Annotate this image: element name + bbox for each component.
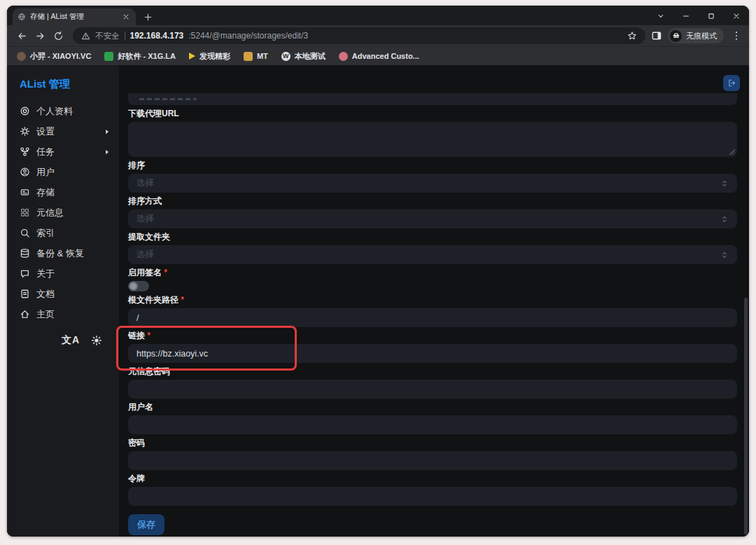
sidebar-item-home[interactable]: 主页 (7, 304, 119, 324)
order_direction-select[interactable]: 选择 (128, 209, 737, 228)
expand-arrow-icon[interactable] (104, 149, 111, 156)
sidebar-item-search[interactable]: 索引 (7, 223, 119, 243)
resize-handle[interactable] (729, 149, 735, 155)
minimize-button[interactable] (673, 7, 699, 25)
bookmark-item[interactable]: 小羿 - XIAOYI.VC (17, 51, 91, 62)
download_proxy_url-label: 下载代理URL (128, 109, 737, 119)
sidebar-item-about[interactable]: 关于 (7, 263, 119, 284)
exit-to-site-button[interactable] (723, 75, 740, 91)
not-secure-warning-icon[interactable] (81, 32, 90, 41)
side-panel-icon[interactable] (651, 30, 662, 41)
search-icon (20, 228, 30, 238)
bookmark-item[interactable]: W本地测试 (281, 51, 326, 62)
about-icon (20, 268, 30, 279)
bookmark-item[interactable]: Advanced Custo... (339, 52, 419, 61)
sidebar-item-label: 设置 (36, 125, 55, 138)
password-input[interactable] (128, 451, 737, 470)
required-asterisk: * (178, 295, 184, 305)
bookmark-label: 小羿 - XIAOYI.VC (30, 51, 91, 62)
root_folder_path-label: 根文件夹路径 * (128, 295, 737, 305)
meta_password-label: 元信息密码 (128, 366, 737, 377)
close-window-button[interactable] (724, 7, 749, 25)
select-placeholder: 选择 (136, 177, 154, 189)
url-input[interactable]: https://bz.xiaoyi.vc (128, 344, 737, 363)
field-order_by: 排序选择 (128, 160, 737, 193)
sidebar-item-storage[interactable]: 存储 (7, 182, 119, 202)
updown-icon (720, 215, 729, 223)
enable_sign-toggle[interactable] (128, 281, 149, 291)
select-placeholder: 选择 (136, 249, 154, 261)
bookmark-item[interactable]: MT (244, 52, 268, 61)
new-tab-button[interactable] (144, 13, 153, 22)
required-asterisk: * (162, 268, 167, 277)
sidebar-item-label: 备份 & 恢复 (36, 247, 84, 260)
bookmark-label: 发现精彩 (200, 51, 230, 62)
field-root_folder_path: 根文件夹路径 */ (128, 295, 737, 327)
sidebar-item-tasks[interactable]: 任务 (7, 142, 119, 162)
bookmark-item[interactable]: 好软件 - X1G.LA (104, 51, 176, 62)
reload-button[interactable] (49, 27, 67, 45)
extract_folder-label: 提取文件夹 (128, 232, 737, 242)
expand-arrow-icon[interactable] (104, 128, 111, 135)
order_by-select[interactable]: 选择 (128, 174, 737, 193)
bookmark-label: 本地测试 (295, 51, 326, 62)
field-extract_folder: 提取文件夹选择 (128, 232, 737, 264)
tab-search-chevron-icon[interactable] (648, 7, 673, 25)
meta_password-input[interactable] (128, 380, 737, 399)
extract_folder-select[interactable]: 选择 (128, 245, 737, 264)
updown-icon (720, 251, 729, 259)
field-download_proxy_url: 下载代理URL (128, 109, 737, 157)
mt-favicon (244, 52, 253, 61)
save-button[interactable]: 保存 (128, 514, 164, 535)
sidebar-footer: 文A (7, 324, 119, 347)
address-bar[interactable]: 不安全 192.168.4.173 :5244/@manage/storages… (73, 27, 645, 44)
username-input[interactable] (128, 415, 737, 434)
sidebar-item-user[interactable]: 用户 (7, 162, 119, 182)
token-input[interactable] (128, 487, 737, 506)
forward-button[interactable] (31, 27, 49, 45)
user-icon (20, 167, 30, 177)
sidebar-menu: 个人资料设置任务用户存储元信息索引备份 & 恢复关于文档主页 (7, 101, 119, 324)
app-title: AList 管理 (7, 75, 119, 101)
page-scrollbar[interactable] (744, 298, 748, 534)
storage-icon (20, 187, 30, 198)
tab-strip: 存储 | AList 管理 (7, 6, 749, 25)
sidebar-item-gear[interactable]: 设置 (7, 121, 119, 142)
browser-menu-icon[interactable] (731, 30, 742, 41)
browser-tab[interactable]: 存储 | AList 管理 (13, 8, 136, 25)
maximize-button[interactable] (699, 7, 724, 25)
sidebar-item-label: 元信息 (36, 207, 64, 219)
sidebar-item-profile[interactable]: 个人资料 (7, 101, 119, 121)
sidebar: AList 管理 个人资料设置任务用户存储元信息索引备份 & 恢复关于文档主页 … (7, 65, 119, 537)
incognito-badge[interactable]: 无痕模式 (668, 28, 724, 43)
select-placeholder: 选择 (136, 213, 154, 225)
field-meta_password: 元信息密码 (128, 366, 737, 399)
theme-sun-icon[interactable] (91, 335, 102, 346)
password-label: 密码 (128, 438, 737, 448)
order_direction-label: 排序方式 (128, 196, 737, 207)
toggle-knob (129, 282, 138, 291)
bookmark-star-icon[interactable] (627, 31, 637, 41)
sidebar-item-backup[interactable]: 备份 & 恢复 (7, 243, 119, 263)
bookmark-item[interactable]: 发现精彩 (189, 51, 230, 62)
pointer-favicon (189, 53, 195, 60)
field-url: 链接 *https://bz.xiaoyi.vc (128, 331, 737, 363)
alist-admin-page: AList 管理 个人资料设置任务用户存储元信息索引备份 & 恢复关于文档主页 … (7, 65, 749, 537)
tab-close-icon[interactable] (121, 12, 131, 22)
docs-icon (20, 289, 30, 299)
cutoff-field[interactable] (128, 93, 737, 105)
gear-icon (20, 126, 30, 137)
toolbar-right: 无痕模式 (651, 28, 743, 43)
sidebar-item-label: 文档 (36, 288, 55, 301)
back-button[interactable] (13, 27, 31, 45)
language-switch-icon[interactable]: 文A (62, 334, 80, 347)
field-order_direction: 排序方式选择 (128, 196, 737, 228)
sidebar-item-label: 用户 (36, 166, 55, 179)
root_folder_path-input[interactable]: / (128, 308, 737, 327)
sidebar-item-label: 索引 (36, 227, 55, 240)
download_proxy_url-textarea[interactable] (128, 122, 737, 157)
url-separator (125, 32, 125, 41)
field-password: 密码 (128, 438, 737, 470)
sidebar-item-docs[interactable]: 文档 (7, 284, 119, 304)
sidebar-item-meta[interactable]: 元信息 (7, 202, 119, 223)
